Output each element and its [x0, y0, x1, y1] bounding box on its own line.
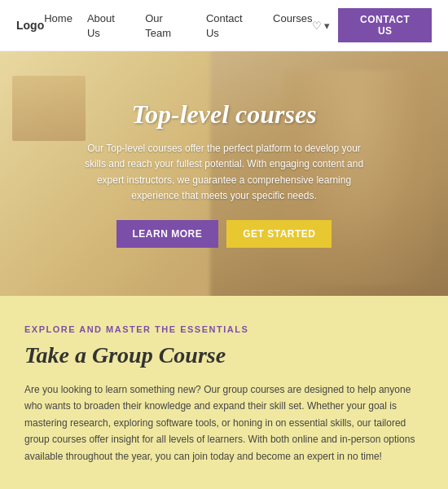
- learn-more-button[interactable]: LEARN MORE: [116, 220, 219, 248]
- nav-courses[interactable]: Courses: [273, 12, 312, 24]
- nav-contact[interactable]: Contact Us: [206, 12, 243, 39]
- hero-buttons: LEARN MORE GET STARTED: [77, 220, 371, 248]
- group-course-section: EXPLORE AND MASTER THE ESSENTIALS Take a…: [0, 296, 448, 489]
- contact-us-button[interactable]: CONTACT US: [338, 8, 432, 42]
- nav-logo: Logo: [16, 19, 44, 32]
- get-started-button[interactable]: GET STARTED: [226, 220, 332, 248]
- nav-home[interactable]: Home: [44, 12, 72, 24]
- nav-about[interactable]: About Us: [87, 12, 115, 39]
- group-course-body: Are you looking to learn something new? …: [24, 381, 424, 465]
- hero-content: Top-level courses Our Top-level courses …: [61, 83, 387, 264]
- nav-team[interactable]: Our Team: [145, 12, 171, 39]
- section-tag: EXPLORE AND MASTER THE ESSENTIALS: [24, 324, 424, 334]
- heart-icon: ♡: [312, 20, 322, 32]
- hero-description: Our Top-level courses offer the perfect …: [77, 141, 371, 204]
- navbar: Logo Home About Us Our Team Contact Us C…: [0, 0, 448, 51]
- hero-title: Top-level courses: [77, 99, 371, 130]
- group-course-title: Take a Group Course: [24, 342, 424, 368]
- heart-icon-wrap[interactable]: ♡ ▾: [312, 20, 330, 32]
- dropdown-arrow-icon: ▾: [324, 20, 330, 32]
- nav-right: ♡ ▾ CONTACT US: [312, 8, 432, 42]
- nav-links: Home About Us Our Team Contact Us Course…: [44, 11, 312, 40]
- hero-section: Top-level courses Our Top-level courses …: [0, 51, 448, 296]
